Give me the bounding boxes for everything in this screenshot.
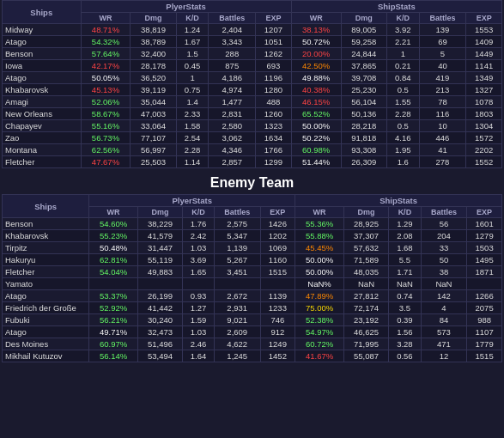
- p-battles-header: Battles: [209, 13, 256, 24]
- table-row: Mikhail Kutuzov56.14%53,4941.641,2451452…: [3, 350, 502, 362]
- table-row: Iowa42.17%28,1780.4587569342.50%37,8650.…: [3, 60, 502, 72]
- enemy-section: Ships PlyerStats ShipStats WR Dmg K/D Ba…: [0, 194, 504, 362]
- p-battles-header-e: Battles: [214, 207, 260, 218]
- table-row: Hakuryu62.81%55,1193.695,267116050.00%71…: [3, 254, 502, 266]
- player-stats-header: PlyerStats: [81, 1, 291, 13]
- s-kd-header: K/D: [386, 13, 419, 24]
- table-row: Fletcher54.04%49,8831.653,451151550.00%4…: [3, 266, 502, 278]
- player-stats-header-e: PlyerStats: [89, 195, 295, 207]
- table-row: Zao56.73%77,1072.543,062163450.22%91,818…: [3, 132, 502, 144]
- table-row: Fletcher47.67%25,5031.142,857129951.44%2…: [3, 156, 502, 168]
- p-exp-header-e: EXP: [260, 207, 295, 218]
- ship-stats-header: ShipStats: [291, 1, 501, 13]
- table-row: Atago50.05%36,52014,186119649.88%39,7080…: [3, 72, 502, 84]
- enemy-title: Enemy Team: [0, 168, 504, 194]
- table-row: Tirpitz50.48%31,4471.031,139106945.45%57…: [3, 242, 502, 254]
- ships-header: Ships: [3, 1, 82, 24]
- p-kd-header-e: K/D: [183, 207, 215, 218]
- p-wr-header: WR: [81, 13, 131, 24]
- p-dmg-header: Dmg: [131, 13, 176, 24]
- table-row: Amagi52.06%35,0441.41,47748846.15%56,104…: [3, 96, 502, 108]
- p-kd-header: K/D: [176, 13, 209, 24]
- table-row: Khabarovsk45.13%39,1190.754,974128040.38…: [3, 84, 502, 96]
- table-row: Atago49.71%32,4731.032,60991254.97%46,62…: [3, 326, 502, 338]
- table-row: Benson54.60%38,2291.762,575142655.36%28,…: [3, 218, 502, 230]
- p-exp-header: EXP: [256, 13, 292, 24]
- p-wr-header-e: WR: [89, 207, 138, 218]
- s-battles-header-e: Battles: [421, 207, 467, 218]
- ally-table: Ships PlyerStats ShipStats WR Dmg K/D Ba…: [2, 0, 502, 168]
- table-row: Chapayev55.16%33,0641.582,580132350.00%2…: [3, 120, 502, 132]
- table-row: Fubuki56.21%30,2401.599,02174652.38%23,1…: [3, 314, 502, 326]
- table-row: Atago54.32%38,7891.673,343105150.72%59,2…: [3, 36, 502, 48]
- table-row: Des Moines60.97%51,4962.464,622124960.72…: [3, 338, 502, 350]
- s-wr-header: WR: [291, 13, 341, 24]
- table-row: YamatoNaN%NaNNaNNaN: [3, 278, 502, 290]
- ships-header-e: Ships: [3, 195, 89, 218]
- enemy-table: Ships PlyerStats ShipStats WR Dmg K/D Ba…: [2, 194, 502, 362]
- s-kd-header-e: K/D: [389, 207, 422, 218]
- s-exp-header-e: EXP: [467, 207, 502, 218]
- s-exp-header: EXP: [466, 13, 502, 24]
- table-row: Khabarovsk55.23%41,5792.425,347120255.88…: [3, 230, 502, 242]
- ship-stats-header-e: ShipStats: [295, 195, 502, 207]
- table-row: Friedrich der Große52.92%41,4421.272,931…: [3, 302, 502, 314]
- s-dmg-header: Dmg: [341, 13, 386, 24]
- table-row: Montana62.56%56,9972.284,346176660.98%93…: [3, 144, 502, 156]
- s-wr-header-e: WR: [295, 207, 344, 218]
- p-dmg-header-e: Dmg: [137, 207, 182, 218]
- ally-section: Ships PlyerStats ShipStats WR Dmg K/D Ba…: [0, 0, 504, 168]
- table-row: Benson57.64%32,4001.5288126220.00%24,844…: [3, 48, 502, 60]
- s-dmg-header-e: Dmg: [343, 207, 388, 218]
- table-row: Midway48.71%38,8191.242,404120738.13%89,…: [3, 24, 502, 36]
- s-battles-header: Battles: [419, 13, 466, 24]
- table-row: Atago53.37%26,1990.932,672113947.89%27,8…: [3, 290, 502, 302]
- table-row: New Orleans58.67%47,0032.332,831126065.5…: [3, 108, 502, 120]
